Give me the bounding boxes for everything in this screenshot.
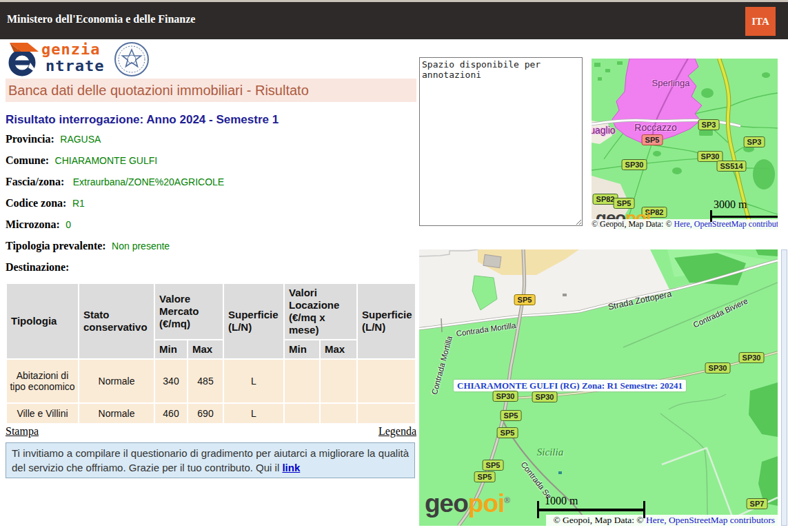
col-header-superficie-1: Superficie (L/N) bbox=[224, 284, 283, 358]
survey-link[interactable]: link bbox=[282, 462, 300, 473]
road-shield: SP7 bbox=[747, 498, 768, 509]
republic-emblem-icon bbox=[114, 41, 150, 77]
road-shield: SP30 bbox=[622, 159, 647, 170]
table-row: Abitazioni di tipo economico Normale 340… bbox=[7, 360, 415, 402]
stampa-link[interactable]: Stampa bbox=[6, 425, 39, 437]
road-shield: SP30 bbox=[532, 391, 558, 402]
col-header-stato-conservativo: Stato conservativo bbox=[79, 284, 154, 358]
attribution: © Geopoi, Map Data: © Here, OpenStreetMa… bbox=[546, 515, 778, 526]
region-label-sicilia: Sicilia bbox=[537, 447, 563, 458]
scale-bar bbox=[538, 509, 645, 511]
survey-notice-text: Ti invitiamo a compilare il questionario… bbox=[12, 447, 409, 473]
col-header-superficie-2: Superficie (L/N) bbox=[358, 284, 415, 358]
field-label: Comune: bbox=[6, 154, 49, 166]
col-header-vl-min: Min bbox=[285, 340, 319, 358]
field-value: CHIARAMONTE GULFI bbox=[55, 155, 158, 166]
scale-bar-tick bbox=[643, 501, 645, 518]
field-value: RAGUSA bbox=[60, 134, 101, 145]
quotations-table: Tipologia Stato conservativo Valore Merc… bbox=[6, 283, 416, 424]
cell-vl-min bbox=[285, 404, 319, 423]
actions-row: Stampa Legenda bbox=[6, 425, 416, 438]
language-button[interactable]: ITA bbox=[745, 7, 776, 36]
cell-tipologia: Abitazioni di tipo economico bbox=[7, 360, 78, 402]
overview-map[interactable]: Sperlinga Roccazzo tuaglio SP5 SP3 SP3 S… bbox=[592, 59, 778, 229]
agenzia-entrate-logo: genzia ntrate bbox=[6, 41, 416, 77]
result-fields: Provincia: RAGUSA Comune: CHIARAMONTE GU… bbox=[6, 133, 416, 272]
col-header-vl-max: Max bbox=[321, 340, 356, 358]
field-value: Extraurbana/ZONE%20AGRICOLE bbox=[73, 176, 224, 187]
scale-bar bbox=[711, 216, 778, 218]
field-tipologia-prevalente: Tipologia prevalente: Non presente bbox=[6, 240, 416, 251]
road-shield: SP30 bbox=[739, 352, 765, 363]
annotations-textarea[interactable]: Spazio disponibile per annotazioni bbox=[419, 57, 583, 226]
agenzia-entrate-logo-text: genzia ntrate bbox=[39, 41, 104, 74]
cell-superficie-vl bbox=[358, 360, 415, 402]
road-shield: SP5 bbox=[514, 294, 536, 305]
road-shield: SP30 bbox=[705, 362, 731, 374]
result-heading: Risultato interrogazione: Anno 2024 - Se… bbox=[6, 113, 416, 127]
scale-bar-tick bbox=[537, 501, 539, 518]
cell-vm-min: 460 bbox=[155, 404, 187, 423]
road-shield-sp5-red: SP5 bbox=[642, 134, 663, 145]
main-column: genzia ntrate Banca dati delle quotazion… bbox=[6, 41, 416, 478]
zone-map[interactable]: Strada Zottopera Contrada Mortilla Contr… bbox=[419, 249, 778, 526]
field-comune: Comune: CHIARAMONTE GULFI bbox=[6, 154, 416, 165]
cell-vm-min: 340 bbox=[155, 360, 187, 402]
field-label: Provincia: bbox=[6, 133, 54, 145]
field-label: Microzona: bbox=[6, 218, 60, 230]
cell-superficie-vl bbox=[358, 404, 415, 423]
place-label-sperlinga: Sperlinga bbox=[652, 78, 690, 88]
road-shield: SP5 bbox=[497, 427, 518, 438]
legenda-link[interactable]: Legenda bbox=[378, 425, 416, 438]
cell-vm-max: 485 bbox=[188, 360, 223, 402]
col-header-vm-max: Max bbox=[188, 340, 223, 358]
road-shield: SP5 bbox=[483, 460, 504, 471]
attribution-link[interactable]: Here, OpenStreetMap contributors bbox=[674, 219, 778, 229]
agenzia-entrate-logo-mark bbox=[6, 41, 43, 77]
scale-label: 3000 m bbox=[714, 198, 747, 211]
road-shield: SP3 bbox=[698, 119, 720, 130]
ministry-title: Ministero dell'Economia e delle Finanze bbox=[7, 13, 195, 25]
field-label: Tipologia prevalente: bbox=[6, 240, 106, 252]
field-value: 0 bbox=[65, 219, 71, 230]
survey-notice: Ti invitiamo a compilare il questionario… bbox=[6, 442, 415, 478]
col-header-vm-min: Min bbox=[155, 340, 187, 358]
field-value: R1 bbox=[72, 198, 85, 209]
cell-vl-max bbox=[321, 404, 356, 423]
col-header-tipologia: Tipologia bbox=[7, 284, 78, 358]
field-label: Destinazione: bbox=[6, 261, 69, 273]
road-shield: SP5 bbox=[474, 471, 496, 482]
cell-tipologia: Ville e Villini bbox=[7, 404, 78, 423]
road-shield: SS514 bbox=[716, 161, 746, 172]
field-value: Non presente bbox=[112, 241, 170, 252]
map-scrollbar[interactable] bbox=[781, 249, 787, 526]
col-header-valore-mercato: Valore Mercato (€/mq) bbox=[155, 284, 223, 339]
scale-bar-tick bbox=[710, 210, 712, 222]
field-codice-zona: Codice zona: R1 bbox=[6, 197, 416, 208]
attribution-link[interactable]: Here, OpenStreetMap contributors bbox=[646, 515, 775, 525]
road-shield: SP5 bbox=[501, 410, 522, 421]
logo-text-ntrate: ntrate bbox=[39, 58, 104, 74]
field-provincia: Provincia: RAGUSA bbox=[6, 133, 416, 144]
place-label-roccazzo: Roccazzo bbox=[634, 122, 676, 133]
cell-superficie-vm: L bbox=[224, 360, 283, 402]
table-row: Ville e Villini Normale 460 690 L bbox=[7, 404, 415, 423]
ministry-header: Ministero dell'Economia e delle Finanze … bbox=[0, 2, 788, 39]
page-title: Banca dati delle quotazioni immobiliari … bbox=[8, 83, 309, 98]
logo-text-genzia: genzia bbox=[39, 41, 104, 58]
field-destinazione: Destinazione: bbox=[6, 261, 416, 272]
field-label: Codice zona: bbox=[6, 197, 66, 209]
cell-vm-max: 690 bbox=[188, 404, 223, 423]
cell-superficie-vm: L bbox=[224, 404, 283, 423]
cell-stato: Normale bbox=[79, 404, 154, 423]
field-microzona: Microzona: 0 bbox=[6, 218, 416, 229]
place-label-tuaglio: tuaglio bbox=[592, 125, 616, 136]
cell-vl-max bbox=[321, 360, 356, 402]
col-header-valori-locazione: Valori Locazione (€/mq x mese) bbox=[285, 284, 356, 339]
page-title-bar: Banca dati delle quotazioni immobiliari … bbox=[6, 79, 416, 102]
attribution: © Geopoi, Map Data: © Here, OpenStreetMa… bbox=[592, 219, 778, 229]
field-fascia-zona: Fascia/zona: Extraurbana/ZONE%20AGRICOLE bbox=[6, 176, 416, 187]
scale-label: 1000 m bbox=[545, 495, 578, 507]
cell-stato: Normale bbox=[79, 360, 154, 402]
road-shield: SP30 bbox=[493, 391, 518, 402]
